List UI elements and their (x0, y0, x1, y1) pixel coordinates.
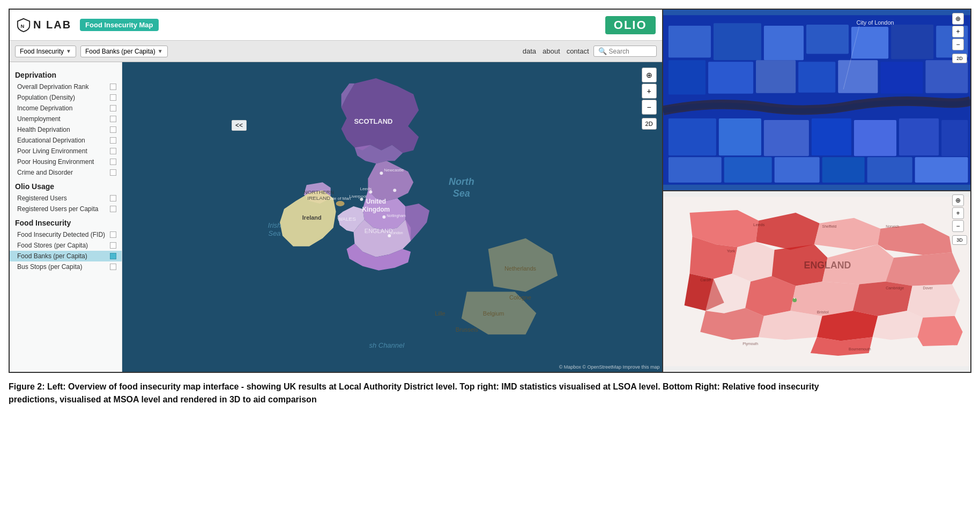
svg-rect-55 (668, 157, 721, 182)
sidebar-item-food-insecurity-detected[interactable]: Food Insecurity Detected (FID) (10, 229, 122, 240)
sidebar-collapse-button[interactable]: << (232, 120, 247, 131)
dropdown-arrow-icon: ▼ (66, 48, 71, 54)
svg-text:sh Channel: sh Channel (369, 341, 405, 349)
right-bottom-map: ENGLAND Bristol York Cambridge Cardiff L… (663, 191, 970, 372)
zoom-in-button[interactable]: + (642, 84, 657, 99)
checkbox-poor-living[interactable] (110, 148, 116, 154)
zoom-out-button[interactable]: − (642, 100, 657, 115)
food-insecurity-badge[interactable]: Food Insecurity Map (80, 19, 158, 31)
svg-text:Cologne: Cologne (509, 294, 531, 301)
top-right-zoom-in-button[interactable]: + (952, 26, 964, 38)
sidebar-item-population[interactable]: Population (Density) (10, 92, 122, 103)
top-right-locate-button[interactable]: ⊕ (952, 13, 964, 25)
search-input[interactable] (609, 48, 652, 55)
sidebar-item-food-banks[interactable]: Food Banks (per Capita) (10, 251, 122, 261)
sidebar-item-overall-deprivation[interactable]: Overall Deprivation Rank (10, 81, 122, 92)
red-choropleth-map[interactable]: ENGLAND Bristol York Cambridge Cardiff L… (663, 191, 970, 372)
svg-text:Liverpool: Liverpool (350, 194, 367, 199)
top-right-2d-button[interactable]: 2D (952, 54, 967, 63)
sidebar-item-crime[interactable]: Crime and Disorder (10, 167, 122, 178)
svg-rect-60 (915, 157, 968, 182)
svg-rect-43 (756, 60, 796, 93)
svg-text:North: North (449, 176, 474, 187)
checkbox-poor-housing[interactable] (110, 159, 116, 165)
checkbox-food-stores[interactable] (110, 242, 116, 249)
checkbox-health[interactable] (110, 126, 116, 133)
map-controls: ⊕ + − 2D (642, 68, 657, 130)
uk-map-svg: SCOTLAND Ireland NORTHERN IRELAND ENGLAN… (122, 62, 662, 372)
svg-text:●: ● (793, 297, 795, 300)
bottom-right-zoom-out-button[interactable]: − (952, 220, 964, 232)
checkbox-reg-users[interactable] (110, 195, 116, 201)
nav-contact-link[interactable]: contact (567, 47, 589, 55)
svg-point-10 (336, 201, 345, 206)
food-insecurity-dropdown[interactable]: Food Insecurity ▼ (15, 46, 76, 57)
checkbox-overall-deprivation[interactable] (110, 84, 116, 90)
map-area: Deprivation Overall Deprivation Rank Pop… (10, 62, 662, 372)
sidebar-item-unemployment[interactable]: Unemployment (10, 114, 122, 124)
sidebar-item-registered-users-capita[interactable]: Registered Users per Capita (10, 204, 122, 214)
right-panel: City of London ⊕ + − 2D (663, 10, 970, 372)
map-attribution: © Mapbox © OpenStreetMap Improve this ma… (559, 364, 660, 370)
svg-text:Sea: Sea (269, 229, 281, 237)
svg-text:Leeds: Leeds (360, 186, 372, 191)
sidebar-item-food-stores[interactable]: Food Stores (per Capita) (10, 240, 122, 251)
bottom-right-zoom-in-button[interactable]: + (952, 207, 964, 219)
left-panel: N N LAB Food Insecurity Map OLIO Food In… (10, 10, 663, 372)
svg-text:Norwich: Norwich (886, 224, 899, 228)
locate-button[interactable]: ⊕ (642, 68, 657, 83)
deprivation-title: Deprivation (10, 66, 122, 81)
bottom-right-map-controls: ⊕ + − 3D (952, 194, 967, 245)
sidebar-item-registered-users[interactable]: Registered Users (10, 193, 122, 204)
toggle-2d-button[interactable]: 2D (642, 118, 657, 130)
checkbox-population[interactable] (110, 94, 116, 101)
england-3d-map-svg: ENGLAND Bristol York Cambridge Cardiff L… (663, 191, 970, 372)
right-top-map: City of London ⊕ + − 2D (663, 10, 970, 191)
svg-rect-38 (851, 27, 888, 58)
caption-area: Figure 2: Left: Overview of food insecur… (9, 380, 866, 406)
blue-choropleth-map[interactable]: City of London ⊕ + − 2D (663, 10, 970, 190)
checkbox-bus-stops[interactable] (110, 264, 116, 270)
nav-data-link[interactable]: data (523, 47, 536, 55)
checkbox-income[interactable] (110, 105, 116, 111)
checkbox-educational[interactable] (110, 137, 116, 144)
svg-rect-59 (867, 157, 912, 182)
svg-text:ENGLAND: ENGLAND (804, 260, 851, 271)
sidebar-item-income-deprivation[interactable]: Income Deprivation (10, 103, 122, 114)
bottom-right-3d-button[interactable]: 3D (952, 235, 967, 245)
checkbox-food-banks[interactable] (110, 253, 116, 259)
top-right-zoom-out-button[interactable]: − (952, 39, 964, 50)
svg-text:Newcastle: Newcastle (384, 168, 404, 173)
svg-text:Bristol: Bristol (816, 310, 828, 315)
svg-text:London: London (390, 231, 403, 235)
svg-rect-56 (724, 157, 771, 182)
svg-rect-42 (708, 62, 753, 93)
main-container: N N LAB Food Insecurity Map OLIO Food In… (9, 9, 971, 373)
sidebar-item-poor-housing[interactable]: Poor Housing Environment (10, 156, 122, 167)
sidebar-item-educational-deprivation[interactable]: Educational Deprivation (10, 135, 122, 146)
svg-rect-37 (806, 25, 848, 54)
search-area[interactable]: 🔍 (593, 46, 657, 57)
svg-text:Ireland: Ireland (302, 214, 322, 221)
map-canvas[interactable]: SCOTLAND Ireland NORTHERN IRELAND ENGLAN… (122, 62, 662, 372)
checkbox-crime[interactable] (110, 169, 116, 176)
svg-rect-41 (668, 60, 705, 94)
svg-text:IRELAND: IRELAND (307, 195, 330, 201)
bottom-right-locate-button[interactable]: ⊕ (952, 194, 964, 206)
nav-about-link[interactable]: about (543, 47, 560, 55)
checkbox-fid[interactable] (110, 231, 116, 238)
checkbox-reg-users-capita[interactable] (110, 206, 116, 212)
checkbox-unemployment[interactable] (110, 116, 116, 122)
svg-rect-57 (774, 157, 819, 182)
top-bar: N N LAB Food Insecurity Map OLIO (10, 10, 662, 41)
food-banks-dropdown[interactable]: Food Banks (per Capita) ▼ (80, 46, 168, 57)
svg-rect-44 (798, 62, 835, 92)
sidebar-item-poor-living[interactable]: Poor Living Environment (10, 146, 122, 156)
svg-text:Sheffield: Sheffield (822, 224, 836, 228)
sidebar: Deprivation Overall Deprivation Rank Pop… (10, 62, 122, 372)
sidebar-item-bus-stops[interactable]: Bus Stops (per Capita) (10, 261, 122, 272)
svg-text:Cambridge: Cambridge (886, 286, 904, 290)
nlab-shield-icon: N (16, 18, 31, 33)
sidebar-item-health-deprivation[interactable]: Health Deprivation (10, 124, 122, 135)
dropdown-arrow-icon: ▼ (158, 48, 163, 54)
